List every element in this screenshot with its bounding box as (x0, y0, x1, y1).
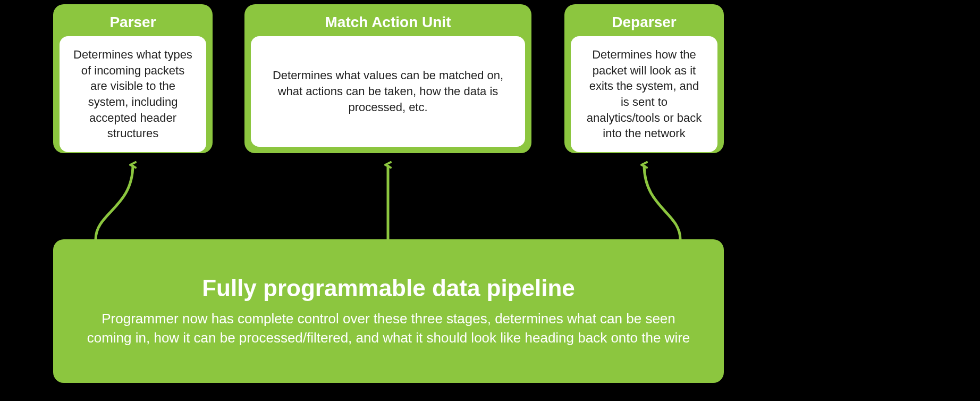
parser-card: Parser Determines what types of incoming… (53, 4, 213, 153)
parser-title: Parser (109, 11, 156, 36)
mau-desc: Determines what values can be matched on… (264, 68, 512, 115)
pipeline-desc: Programmer now has complete control over… (85, 309, 692, 348)
mau-title: Match Action Unit (325, 11, 451, 36)
match-action-unit-card: Match Action Unit Determines what values… (244, 4, 531, 153)
deparser-desc: Determines how the packet will look as i… (584, 47, 705, 141)
pipeline-title: Fully programmable data pipeline (202, 275, 575, 302)
pipeline-summary-box: Fully programmable data pipeline Program… (53, 239, 724, 383)
mau-body: Determines what values can be matched on… (251, 36, 525, 147)
deparser-title: Deparser (612, 11, 676, 36)
deparser-card: Deparser Determines how the packet will … (564, 4, 724, 153)
parser-body: Determines what types of incoming packet… (60, 36, 206, 152)
arrow-to-parser-icon (96, 165, 133, 239)
parser-desc: Determines what types of incoming packet… (72, 47, 193, 141)
deparser-body: Determines how the packet will look as i… (571, 36, 717, 152)
arrow-to-deparser-icon (644, 165, 680, 239)
